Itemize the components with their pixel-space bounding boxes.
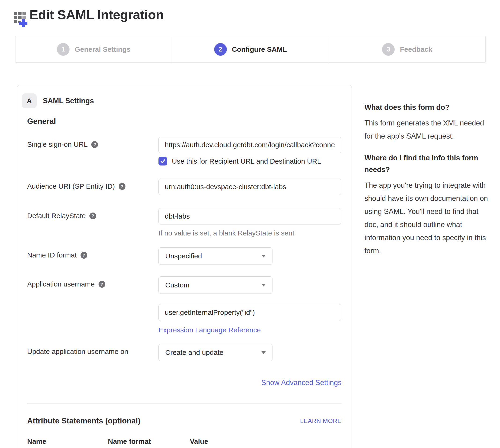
expression-language-reference-link[interactable]: Expression Language Reference [159, 326, 261, 334]
general-section-heading: General [27, 117, 352, 126]
audience-uri-row: Audience URI (SP Entity ID) ? [27, 179, 352, 195]
learn-more-link[interactable]: LEARN MORE [300, 417, 341, 425]
page-title: Edit SAML Integration [30, 7, 164, 22]
audience-uri-input[interactable] [159, 179, 341, 195]
app-username-row: Application username ? Custom [27, 276, 352, 294]
attr-column-name-format: Name format [108, 437, 190, 446]
wizard-step-general-settings[interactable]: 1 General Settings [16, 36, 172, 63]
help-icon[interactable]: ? [89, 212, 96, 219]
attribute-table-header: Name Name format Value [27, 437, 341, 446]
attr-column-value: Value [190, 437, 208, 446]
relaystate-input[interactable] [159, 208, 341, 224]
step-number-badge: 3 [382, 43, 395, 56]
help-sidebar: What does this form do? This form genera… [364, 85, 491, 257]
chevron-down-icon [261, 351, 266, 354]
nameid-format-label: Name ID format [27, 251, 77, 260]
recipient-url-checkbox[interactable] [159, 157, 167, 165]
recipient-url-checkbox-label: Use this for Recipient URL and Destinati… [172, 157, 321, 165]
update-username-label: Update application username on [27, 347, 128, 356]
step-label: Configure SAML [232, 45, 287, 53]
step-number-badge: 2 [214, 43, 227, 56]
nameid-format-select[interactable]: Unspecified [159, 247, 273, 265]
saml-settings-card: A SAML Settings General Single sign-on U… [17, 85, 352, 448]
section-divider [27, 403, 341, 403]
saml-settings-title: SAML Settings [43, 97, 94, 105]
custom-expression-input[interactable] [159, 304, 341, 321]
wizard-steps: 1 General Settings 2 Configure SAML 3 Fe… [15, 36, 486, 63]
nameid-format-value: Unspecified [165, 252, 202, 260]
wizard-step-configure-saml[interactable]: 2 Configure SAML [172, 36, 329, 63]
update-username-value: Create and update [165, 349, 224, 356]
app-username-label: Application username [27, 280, 95, 288]
attribute-statements-title: Attribute Statements (optional) [27, 416, 141, 425]
show-advanced-settings-link[interactable]: Show Advanced Settings [261, 379, 341, 387]
checkmark-icon [160, 159, 165, 164]
step-label: Feedback [400, 45, 432, 53]
content-area: A SAML Settings General Single sign-on U… [17, 85, 500, 448]
add-application-icon [14, 9, 29, 27]
step-label: General Settings [75, 45, 130, 53]
custom-expression-row: Expression Language Reference [27, 304, 352, 334]
sidebar-answer-1: This form generates the XML needed for t… [364, 117, 491, 143]
help-icon[interactable]: ? [91, 141, 98, 148]
sso-url-label: Single sign-on URL [27, 140, 88, 149]
relaystate-label: Default RelayState [27, 211, 86, 220]
app-username-value: Custom [165, 281, 189, 289]
app-username-select[interactable]: Custom [159, 276, 273, 294]
update-username-select[interactable]: Create and update [159, 344, 273, 361]
chevron-down-icon [261, 284, 266, 287]
help-icon[interactable]: ? [81, 252, 87, 259]
sidebar-answer-2: The app you're trying to integrate with … [364, 179, 491, 257]
relaystate-row: Default RelayState ? If no value is set,… [27, 208, 352, 237]
wizard-step-feedback[interactable]: 3 Feedback [329, 36, 485, 63]
sso-url-input[interactable] [159, 137, 341, 153]
sidebar-question-1: What does this form do? [364, 102, 491, 113]
audience-uri-label: Audience URI (SP Entity ID) [27, 182, 115, 191]
sidebar-question-2: Where do I find the info this form needs… [364, 152, 491, 176]
nameid-format-row: Name ID format ? Unspecified [27, 247, 352, 265]
update-username-row: Update application username on Create an… [27, 344, 352, 361]
attr-column-name: Name [27, 437, 108, 446]
help-icon[interactable]: ? [119, 183, 126, 190]
sso-url-row: Single sign-on URL ? Use this for Recipi… [27, 137, 352, 165]
relaystate-hint: If no value is set, a blank RelayState i… [159, 229, 352, 237]
chevron-down-icon [261, 255, 266, 257]
page-header: Edit SAML Integration [14, 7, 500, 27]
help-icon[interactable]: ? [98, 281, 105, 288]
step-number-badge: 1 [57, 43, 69, 56]
section-badge-a: A [22, 93, 37, 108]
